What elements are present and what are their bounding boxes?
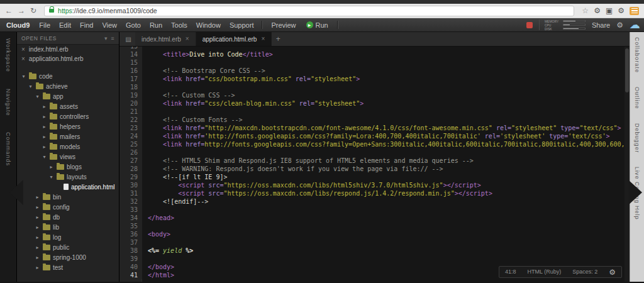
carousel-prev-arrow[interactable] [9, 180, 23, 205]
browser-menu-icon[interactable] [630, 7, 639, 15]
cursor-position[interactable]: 41:8 [505, 268, 516, 276]
extension-icon-1[interactable]: ⚙ [594, 7, 601, 14]
panel-menu-icon[interactable]: ≡ [111, 35, 114, 42]
carousel-next-arrow[interactable] [628, 180, 642, 205]
chevron-down-icon[interactable]: ▾ [48, 174, 54, 180]
left-rail-workspace[interactable]: Workspace [5, 38, 11, 72]
menu-cloud9[interactable]: Cloud9 [4, 21, 35, 29]
address-bar[interactable]: https ://ide.c9.io/menma1009/code [44, 6, 574, 16]
notification-icon[interactable] [526, 22, 533, 28]
tree-folder-controllers[interactable]: ▸controllers [17, 111, 119, 121]
code-line[interactable]: 19 <!-- Custom CSS --> [119, 91, 630, 99]
tree-folder-spring-1000[interactable]: ▸spring-1000 [17, 252, 119, 262]
chevron-right-icon[interactable]: ▸ [42, 134, 47, 140]
close-icon[interactable]: × [21, 56, 25, 62]
back-icon[interactable]: ← [5, 7, 13, 14]
code-line[interactable]: 25 <link href=http://fonts.googleapis.co… [119, 140, 630, 148]
close-icon[interactable]: × [261, 36, 265, 42]
right-rail-debugger[interactable]: Debugger [634, 123, 640, 153]
open-file-item[interactable]: ×application.html.erb [17, 54, 119, 64]
panel-collapse-icon[interactable]: ▾ [104, 35, 108, 42]
chevron-right-icon[interactable]: ▸ [42, 114, 47, 119]
chevron-right-icon[interactable]: ▸ [48, 164, 54, 170]
code-line[interactable]: 21 [119, 108, 630, 116]
tree-folder-config[interactable]: ▸config [17, 202, 119, 212]
chevron-right-icon[interactable]: ▸ [35, 235, 40, 240]
extension-icon-2[interactable]: ▣ [606, 7, 613, 14]
chevron-down-icon[interactable]: ▾ [21, 74, 26, 79]
chevron-right-icon[interactable]: ▸ [35, 194, 40, 200]
chevron-down-icon[interactable]: ▾ [42, 154, 47, 160]
chevron-right-icon[interactable]: ▸ [35, 255, 40, 260]
code-line[interactable]: 31 <script src="https://oss.maxcdn.com/l… [119, 189, 630, 197]
tree-folder-layouts[interactable]: ▾layouts [17, 172, 119, 182]
tree-file-application-html[interactable]: application.html [17, 182, 119, 192]
syntax-mode[interactable]: HTML (Ruby) [528, 268, 562, 276]
code-line[interactable]: 20 <link href="css/clean-blog.min.css" r… [119, 99, 630, 108]
tree-folder-blogs[interactable]: ▸blogs [17, 162, 119, 172]
tree-folder-test[interactable]: ▸test [17, 262, 119, 272]
tree-folder-helpers[interactable]: ▸helpers [17, 121, 119, 131]
code-line[interactable]: 16 <!-- Bootstrap Core CSS --> [119, 67, 630, 75]
tree-folder-bin[interactable]: ▸bin [17, 192, 119, 202]
tree-folder-achieve[interactable]: ▾achieve [17, 81, 119, 91]
tree-folder-mailers[interactable]: ▸mailers [17, 131, 119, 142]
tree-folder-app[interactable]: ▾app [17, 91, 119, 101]
menu-run[interactable]: Run [145, 21, 167, 29]
menu-tools[interactable]: Tools [167, 21, 192, 29]
code-area[interactable]: 1314 <title>Dive into Code</title>1516 <… [119, 47, 630, 282]
menu-edit[interactable]: Edit [55, 21, 75, 29]
scrollbar-thumb[interactable] [625, 48, 629, 92]
tree-folder-views[interactable]: ▾views [17, 152, 119, 162]
code-line[interactable]: 26 [119, 148, 630, 157]
chevron-right-icon[interactable]: ▸ [35, 265, 40, 270]
code-line[interactable]: 17 <link href="css/bootstrap.min.css" re… [119, 75, 630, 83]
menu-file[interactable]: File [35, 21, 55, 29]
tab-list-icon[interactable]: ▤ [121, 32, 135, 46]
forward-icon[interactable]: → [18, 7, 25, 14]
tree-folder-assets[interactable]: ▸assets [17, 101, 119, 111]
extension-icon-3[interactable]: ⚙ [618, 7, 625, 14]
chevron-down-icon[interactable]: ▾ [28, 84, 33, 89]
status-gear-icon[interactable]: ⚙ [609, 269, 616, 276]
code-line[interactable]: 28 <!-- WARNING: Respond.js doesn't work… [119, 165, 630, 173]
menu-find[interactable]: Find [75, 21, 97, 29]
bookmark-star-icon[interactable]: ☆ [582, 6, 589, 15]
code-line[interactable]: 27 <!-- HTML5 Shim and Respond.js IE8 su… [119, 157, 630, 165]
chevron-right-icon[interactable]: ▸ [35, 214, 40, 220]
code-line[interactable]: 14 <title>Dive into Code</title> [119, 50, 630, 58]
code-line[interactable]: 39 [119, 255, 630, 263]
code-line[interactable]: 35 [119, 222, 630, 230]
code-line[interactable]: 23 <link href="http://maxcdn.bootstrapcd… [119, 124, 630, 132]
tree-folder-public[interactable]: ▸public [17, 242, 119, 252]
open-file-item[interactable]: ×index.html.erb [17, 45, 119, 54]
tree-folder-db[interactable]: ▸db [17, 212, 119, 222]
left-rail-navigate[interactable]: Navigate [5, 89, 11, 116]
code-line[interactable]: 32 <![endif]--> [119, 197, 630, 206]
chevron-right-icon[interactable]: ▸ [42, 104, 47, 109]
chevron-down-icon[interactable]: ▾ [35, 94, 40, 99]
menu-view[interactable]: View [97, 21, 121, 29]
code-line[interactable]: 30 <script src="https://oss.maxcdn.com/l… [119, 181, 630, 189]
editor-scrollbar[interactable] [625, 47, 630, 282]
chevron-right-icon[interactable]: ▸ [35, 245, 40, 250]
close-icon[interactable]: × [186, 36, 189, 42]
tree-folder-models[interactable]: ▸models [17, 142, 119, 152]
tree-folder-lib[interactable]: ▸lib [17, 222, 119, 232]
tab-index-html-erb[interactable]: index.html.erb× [135, 32, 196, 46]
tab-application-html-erb[interactable]: application.html.erb× [196, 32, 272, 46]
menu-window[interactable]: Window [192, 21, 225, 29]
code-line[interactable]: 29 <!--[if lt IE 9]> [119, 173, 630, 181]
tree-folder-code[interactable]: ▾code [17, 71, 119, 81]
close-icon[interactable]: × [21, 47, 25, 53]
right-rail-outline[interactable]: Outline [634, 87, 640, 109]
chevron-right-icon[interactable]: ▸ [35, 225, 40, 230]
settings-gear-icon[interactable]: ⚙ [616, 21, 623, 29]
menu-goto[interactable]: Goto [121, 21, 145, 29]
code-line[interactable]: 18 [119, 83, 630, 91]
run-button[interactable]: ▶ Run [301, 21, 333, 29]
indent-setting[interactable]: Spaces: 2 [572, 268, 597, 276]
code-line[interactable]: 38<%= yield %> [119, 247, 630, 255]
chevron-right-icon[interactable]: ▸ [35, 204, 40, 210]
code-line[interactable]: 34</head> [119, 214, 630, 222]
